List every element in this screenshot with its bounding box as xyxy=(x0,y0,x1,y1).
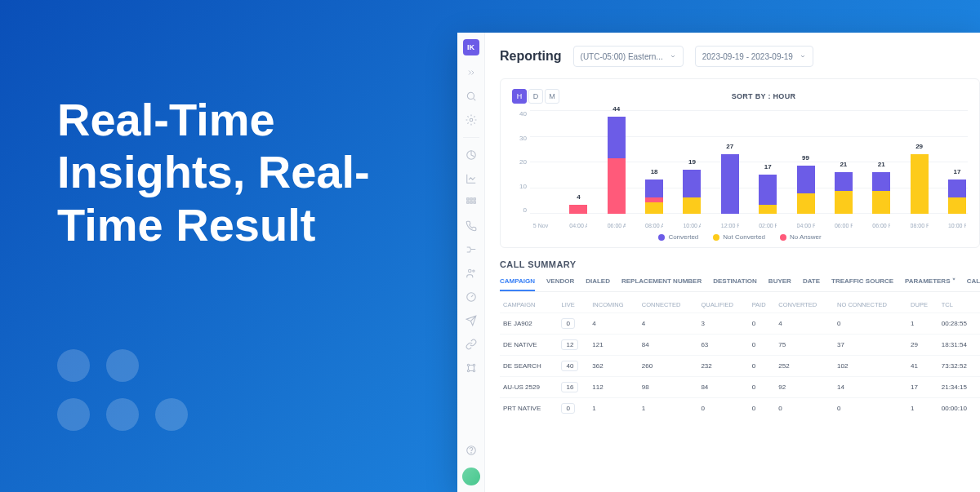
tab-campaign[interactable]: CAMPAIGN xyxy=(500,277,535,291)
bar-10[interactable]: 29 xyxy=(911,154,929,214)
flow-icon[interactable] xyxy=(465,243,478,256)
tab-date[interactable]: DATE xyxy=(803,277,820,291)
bar-chart: 403020100 444181927179921212917 5 Nov04:… xyxy=(512,110,968,228)
bar-6[interactable]: 17 xyxy=(759,175,777,214)
hero-text: Real-Time Insights, Real- Time Result xyxy=(57,94,370,251)
svg-point-0 xyxy=(467,92,474,99)
bar-4[interactable]: 19 xyxy=(683,170,701,214)
daterange-select[interactable]: 2023-09-19 - 2023-09-19 xyxy=(695,46,813,67)
bar-3[interactable]: 18 xyxy=(645,180,663,214)
col-qualified: QUALIFIED xyxy=(697,297,748,313)
phone-icon[interactable] xyxy=(465,219,478,233)
granularity-toggle[interactable]: HDM xyxy=(512,89,559,104)
tab-caller-pr[interactable]: CALLER PR xyxy=(967,277,980,291)
svg-rect-3 xyxy=(466,198,468,200)
gran-D[interactable]: D xyxy=(528,89,543,104)
svg-point-10 xyxy=(472,270,474,272)
svg-rect-6 xyxy=(466,202,468,203)
svg-point-9 xyxy=(468,269,471,273)
speed-icon[interactable] xyxy=(465,290,478,304)
sort-label: SORT BY : HOUR xyxy=(559,92,968,100)
svg-point-1 xyxy=(470,118,473,122)
page-header: Reporting (UTC-05:00) Eastern... 2023-09… xyxy=(500,46,980,67)
gear-icon[interactable] xyxy=(465,113,478,126)
dialpad-icon[interactable] xyxy=(465,196,478,209)
timezone-select[interactable]: (UTC-05:00) Eastern... xyxy=(573,46,684,67)
main-content: Reporting (UTC-05:00) Eastern... 2023-09… xyxy=(485,33,980,492)
table-row[interactable]: AU-US 2529161129884092141721:34:15 xyxy=(500,377,980,398)
col-converted: CONVERTED xyxy=(775,297,834,313)
svg-rect-5 xyxy=(473,198,474,200)
col-live: LIVE xyxy=(558,297,589,313)
col-no-connected: NO CONNECTED xyxy=(834,297,907,313)
chart-legend: ConvertedNot ConvertedNo Answer xyxy=(512,233,968,241)
bar-2[interactable]: 44 xyxy=(608,117,626,214)
tab-parameters-˅[interactable]: PARAMETERS ˅ xyxy=(905,277,956,291)
send-icon[interactable] xyxy=(465,314,478,327)
table-row[interactable]: BE JA9020443040100:28:55 xyxy=(500,313,980,335)
col-tcl: TCL xyxy=(938,297,980,313)
bar-9[interactable]: 21 xyxy=(872,172,890,214)
col-connected: CONNECTED xyxy=(639,297,698,313)
chart-card: HDM SORT BY : HOUR 403020100 44418192717… xyxy=(500,78,980,248)
expand-icon[interactable] xyxy=(465,66,478,79)
svg-point-15 xyxy=(473,370,474,371)
svg-point-12 xyxy=(467,364,469,366)
tab-treaffic-source[interactable]: TREAFFIC SOURCE xyxy=(831,277,893,291)
summary-tabs: CAMPAIGNVENDORDIALEDREPLACEMENT NUMBERDE… xyxy=(500,277,980,292)
bar-1[interactable]: 4 xyxy=(569,205,587,214)
tab-vendor[interactable]: VENDOR xyxy=(546,277,574,291)
users-icon[interactable] xyxy=(465,267,478,280)
bar-5[interactable]: 27 xyxy=(721,154,739,214)
svg-point-13 xyxy=(473,364,474,366)
svg-rect-7 xyxy=(470,202,471,203)
svg-point-14 xyxy=(467,370,469,371)
table-row[interactable]: DE SEARCH4036226023202521024173:32:52 xyxy=(500,356,980,377)
col-dupe: DUPE xyxy=(907,297,938,313)
tab-dialed[interactable]: DIALED xyxy=(586,277,610,291)
svg-point-17 xyxy=(470,453,471,454)
help-icon[interactable] xyxy=(465,444,478,457)
decorative-dots xyxy=(57,349,188,431)
chart-icon[interactable] xyxy=(465,172,478,185)
dashboard-window: IK Reporting (UTC-05:00) Eastern... 2023… xyxy=(457,33,980,492)
bar-8[interactable]: 21 xyxy=(835,172,853,214)
col-paid: PAID xyxy=(749,297,776,313)
sidebar: IK xyxy=(457,33,485,492)
col-campaign: CAMPAIGN xyxy=(500,297,558,313)
tab-destination[interactable]: DESTINATION xyxy=(713,277,757,291)
tab-buyer[interactable]: BUYER xyxy=(768,277,791,291)
tab-replacement-number[interactable]: REPLACEMENT NUMBER xyxy=(621,277,702,291)
analytics-icon[interactable] xyxy=(465,148,478,162)
bar-7[interactable]: 99 xyxy=(797,166,815,214)
summary-table: CAMPAIGNLIVEINCOMINGCONNECTEDQUALIFIEDPA… xyxy=(500,297,980,419)
gran-M[interactable]: M xyxy=(545,89,559,104)
page-title: Reporting xyxy=(500,49,562,64)
integrations-icon[interactable] xyxy=(465,361,478,375)
bar-11[interactable]: 17 xyxy=(948,180,966,214)
avatar[interactable] xyxy=(462,468,480,485)
summary-title: CALL SUMMARY xyxy=(500,259,980,269)
link-icon[interactable] xyxy=(465,338,478,351)
col-incoming: INCOMING xyxy=(589,297,639,313)
table-row[interactable]: DE NATIVE121218463075372918:31:54 xyxy=(500,335,980,356)
table-row[interactable]: PRT NATIVE0110000100:00:10 xyxy=(500,398,980,419)
search-icon[interactable] xyxy=(465,90,478,103)
user-badge[interactable]: IK xyxy=(463,39,479,55)
svg-rect-8 xyxy=(473,202,474,203)
svg-rect-4 xyxy=(470,198,471,200)
gran-H[interactable]: H xyxy=(512,89,527,104)
